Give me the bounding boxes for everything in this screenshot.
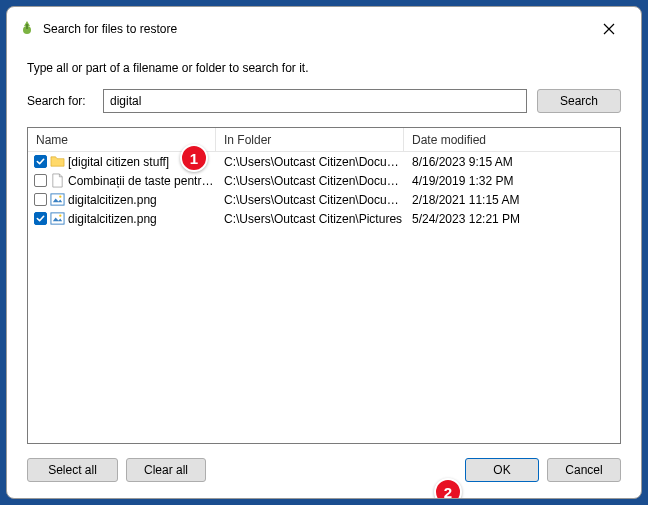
svg-rect-4 bbox=[51, 213, 64, 224]
file-date: 8/16/2023 9:15 AM bbox=[404, 155, 620, 169]
row-checkbox[interactable] bbox=[34, 212, 47, 225]
annotation-badge-1: 1 bbox=[180, 144, 208, 172]
cancel-button[interactable]: Cancel bbox=[547, 458, 621, 482]
table-row[interactable]: digitalcitizen.pngC:\Users\Outcast Citiz… bbox=[28, 190, 620, 209]
file-name: [digital citizen stuff] bbox=[68, 155, 169, 169]
select-all-button[interactable]: Select all bbox=[27, 458, 118, 482]
results-list: Name In Folder Date modified [digital ci… bbox=[27, 127, 621, 444]
folder-icon bbox=[50, 154, 65, 169]
svg-rect-1 bbox=[26, 24, 28, 29]
search-input[interactable] bbox=[103, 89, 527, 113]
file-name: Combinații de taste pentru ... bbox=[68, 174, 216, 188]
image-icon bbox=[50, 192, 65, 207]
window-title: Search for files to restore bbox=[43, 22, 581, 36]
file-icon bbox=[50, 173, 65, 188]
search-row: Search for: Search bbox=[27, 89, 621, 113]
instruction-text: Type all or part of a filename or folder… bbox=[27, 61, 621, 75]
search-label: Search for: bbox=[27, 94, 93, 108]
list-body: [digital citizen stuff]C:\Users\Outcast … bbox=[28, 152, 620, 443]
row-checkbox[interactable] bbox=[34, 193, 47, 206]
column-date[interactable]: Date modified bbox=[404, 128, 620, 151]
content-area: Type all or part of a filename or folder… bbox=[7, 51, 641, 498]
file-date: 2/18/2021 11:15 AM bbox=[404, 193, 620, 207]
svg-point-5 bbox=[59, 215, 61, 217]
list-header: Name In Folder Date modified bbox=[28, 128, 620, 152]
file-folder: C:\Users\Outcast Citizen\Docum... bbox=[216, 193, 404, 207]
table-row[interactable]: digitalcitizen.pngC:\Users\Outcast Citiz… bbox=[28, 209, 620, 228]
file-folder: C:\Users\Outcast Citizen\Pictures bbox=[216, 212, 404, 226]
svg-rect-2 bbox=[51, 194, 64, 205]
dialog-window: Search for files to restore Type all or … bbox=[6, 6, 642, 499]
table-row[interactable]: Combinații de taste pentru ...C:\Users\O… bbox=[28, 171, 620, 190]
bottom-buttons: Select all Clear all OK Cancel bbox=[27, 444, 621, 482]
table-row[interactable]: [digital citizen stuff]C:\Users\Outcast … bbox=[28, 152, 620, 171]
file-date: 4/19/2019 1:32 PM bbox=[404, 174, 620, 188]
file-folder: C:\Users\Outcast Citizen\Docum... bbox=[216, 155, 404, 169]
row-checkbox[interactable] bbox=[34, 174, 47, 187]
row-checkbox[interactable] bbox=[34, 155, 47, 168]
file-date: 5/24/2023 12:21 PM bbox=[404, 212, 620, 226]
app-icon bbox=[19, 19, 35, 39]
svg-point-3 bbox=[59, 196, 61, 198]
titlebar: Search for files to restore bbox=[7, 7, 641, 51]
image-icon bbox=[50, 211, 65, 226]
column-folder[interactable]: In Folder bbox=[216, 128, 404, 151]
file-folder: C:\Users\Outcast Citizen\Docum... bbox=[216, 174, 404, 188]
close-button[interactable] bbox=[589, 15, 629, 43]
ok-button[interactable]: OK bbox=[465, 458, 539, 482]
close-icon bbox=[603, 23, 615, 35]
file-name: digitalcitizen.png bbox=[68, 212, 157, 226]
search-button[interactable]: Search bbox=[537, 89, 621, 113]
file-name: digitalcitizen.png bbox=[68, 193, 157, 207]
annotation-badge-2: 2 bbox=[434, 478, 462, 499]
clear-all-button[interactable]: Clear all bbox=[126, 458, 206, 482]
